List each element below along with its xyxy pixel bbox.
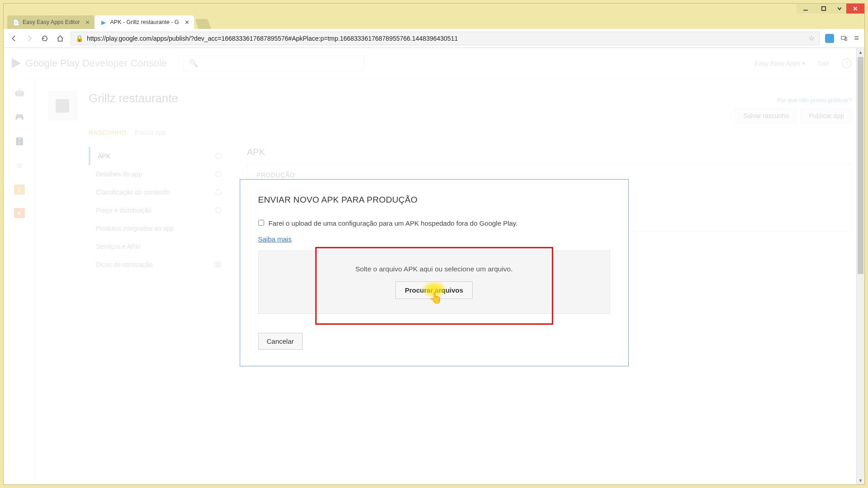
apk-dropzone[interactable]: Solte o arquivo APK aqui ou selecione um…	[258, 251, 610, 314]
nav-home-button[interactable]	[55, 33, 65, 43]
window-title-bar	[4, 4, 864, 14]
browser-menu-button[interactable]: ≡	[854, 33, 859, 43]
window-dropdown-button[interactable]	[833, 4, 846, 14]
url-bar[interactable]: 🔒 https://play.google.com/apps/publish/?…	[71, 32, 820, 45]
tab-title: Easy Easy Apps Editor	[23, 19, 80, 25]
svg-rect-1	[822, 7, 825, 10]
external-host-checkbox[interactable]	[258, 220, 264, 226]
tab-close-icon[interactable]: ✕	[85, 19, 90, 26]
modal-backdrop: ENVIAR NOVO APK PARA PRODUÇÃO Farei o up…	[4, 48, 864, 484]
nav-forward-button[interactable]	[24, 33, 34, 43]
browser-tab-strip: 📄 Easy Easy Apps Editor ✕ ▶ APK - Grillz…	[4, 14, 864, 29]
browser-tab-active[interactable]: ▶ APK - Grillz restaurante - G ✕	[95, 15, 194, 29]
dropzone-text: Solte o arquivo APK aqui ou selecione um…	[355, 265, 512, 273]
url-text: https://play.google.com/apps/publish/?de…	[87, 35, 805, 42]
nav-back-button[interactable]	[9, 33, 19, 43]
browser-toolbar: 🔒 https://play.google.com/apps/publish/?…	[4, 29, 864, 48]
browse-files-button[interactable]: Procurar arquivos 👆	[395, 281, 473, 299]
device-mode-icon[interactable]	[840, 34, 849, 43]
external-host-checkbox-row[interactable]: Farei o upload de uma configuração para …	[258, 218, 610, 229]
external-host-label: Farei o upload de uma configuração para …	[269, 218, 518, 229]
bookmark-star-icon[interactable]: ☆	[808, 34, 815, 43]
lock-icon: 🔒	[76, 35, 83, 42]
tab-favicon-icon: ▶	[100, 19, 107, 26]
window-close-button[interactable]	[846, 4, 864, 14]
tab-favicon-icon: 📄	[13, 19, 20, 26]
tab-title: APK - Grillz restaurante - G	[110, 19, 179, 25]
window-maximize-button[interactable]	[815, 4, 833, 14]
tab-close-icon[interactable]: ✕	[185, 19, 190, 26]
nav-reload-button[interactable]	[40, 33, 50, 43]
learn-more-link[interactable]: Saiba mais	[258, 235, 292, 243]
window-minimize-button[interactable]	[797, 4, 815, 14]
upload-apk-modal: ENVIAR NOVO APK PARA PRODUÇÃO Farei o up…	[240, 179, 629, 366]
modal-title: ENVIAR NOVO APK PARA PRODUÇÃO	[258, 195, 610, 205]
extension-icon[interactable]	[825, 34, 834, 43]
browser-tab-inactive[interactable]: 📄 Easy Easy Apps Editor ✕	[7, 15, 95, 29]
new-tab-button[interactable]	[195, 19, 211, 29]
cancel-button[interactable]: Cancelar	[258, 333, 303, 350]
